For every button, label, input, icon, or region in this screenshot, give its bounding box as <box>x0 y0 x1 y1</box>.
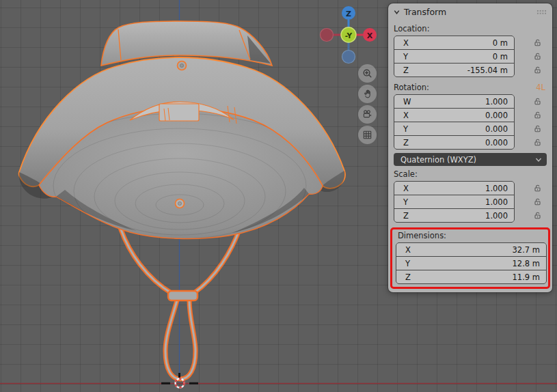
gizmo-negz-handle[interactable] <box>342 51 355 64</box>
dimensions-z-field[interactable]: Z 11.9 m <box>396 270 546 283</box>
unlock-icon[interactable] <box>533 38 542 47</box>
transform-panel: Transform Location: X 0 m Y 0 m Z -155.0… <box>388 3 552 292</box>
location-y-field[interactable]: Y 0 m <box>394 50 514 63</box>
unlock-icon[interactable] <box>533 211 542 220</box>
rotation-x-field[interactable]: X 0.000 <box>394 109 514 122</box>
dimensions-label: Dimensions: <box>398 232 547 240</box>
gizmo-x-label: X <box>367 31 373 40</box>
panel-title: Transform <box>404 7 536 17</box>
scale-y-field[interactable]: Y 1.000 <box>394 195 514 208</box>
zoom-button[interactable] <box>358 64 377 83</box>
location-fields: X 0 m Y 0 m Z -155.04 m <box>394 36 515 77</box>
gizmo-negx-handle[interactable] <box>321 29 334 42</box>
nav-gizmo[interactable]: Z X -Y <box>321 6 377 64</box>
scale-label: Scale: <box>394 170 552 179</box>
scale-x-field[interactable]: X 1.000 <box>394 182 514 195</box>
rotation-label: Rotation: <box>394 83 536 92</box>
unlock-icon[interactable] <box>533 97 542 106</box>
viewport-nav-buttons <box>358 64 377 146</box>
rotation-z-field[interactable]: Z 0.000 <box>394 136 514 149</box>
gizmo-negy-label: -Y <box>345 31 353 40</box>
chevron-down-icon <box>535 157 542 163</box>
transform-panel-header[interactable]: Transform <box>388 3 552 20</box>
unlock-icon[interactable] <box>533 52 542 61</box>
hand-icon <box>362 88 373 100</box>
location-lock-column <box>529 36 545 77</box>
unlock-icon[interactable] <box>533 138 542 147</box>
dimensions-highlight-box: Dimensions: X 32.7 m Y 12.8 m Z 11.9 m <box>390 227 550 289</box>
rotation-mode-dropdown[interactable]: Quaternion (WXYZ) <box>394 153 547 166</box>
pan-button[interactable] <box>358 85 377 103</box>
scale-fields: X 1.000 Y 1.000 Z 1.000 <box>394 181 515 223</box>
unlock-icon[interactable] <box>533 66 542 74</box>
camera-view-button[interactable] <box>358 105 377 124</box>
dimensions-fields: X 32.7 m Y 12.8 m Z 11.9 m <box>396 242 547 284</box>
scale-lock-column <box>529 181 545 223</box>
blender-viewport: Z X -Y <box>0 0 557 392</box>
rotation-w-field[interactable]: W 1.000 <box>394 95 514 108</box>
grid-view-button[interactable] <box>358 126 377 144</box>
cord-lock <box>168 291 198 300</box>
chevron-down-icon <box>393 8 400 16</box>
grid-icon <box>362 129 373 141</box>
unlock-icon[interactable] <box>533 111 542 120</box>
location-label: Location: <box>394 25 552 33</box>
drag-grip-icon[interactable] <box>536 10 547 14</box>
location-x-field[interactable]: X 0 m <box>394 36 514 49</box>
dimensions-y-field[interactable]: Y 12.8 m <box>396 257 546 270</box>
scale-z-field[interactable]: Z 1.000 <box>394 209 514 222</box>
unlock-icon[interactable] <box>533 184 542 193</box>
gizmo-z-label: Z <box>346 10 351 18</box>
location-z-field[interactable]: Z -155.04 m <box>394 64 514 76</box>
hat-object[interactable] <box>19 21 345 379</box>
rotation-y-field[interactable]: Y 0.000 <box>394 122 514 135</box>
magnifier-plus-icon <box>362 68 373 79</box>
unlock-icon[interactable] <box>533 197 542 206</box>
unlock-icon[interactable] <box>533 124 542 133</box>
rotation-4l-toggle[interactable]: 4L <box>536 83 545 92</box>
rotation-lock-column <box>529 94 545 150</box>
dimensions-x-field[interactable]: X 32.7 m <box>396 243 546 256</box>
camera-icon <box>362 109 373 120</box>
rotation-fields: W 1.000 X 0.000 Y 0.000 Z 0.000 <box>394 94 515 150</box>
